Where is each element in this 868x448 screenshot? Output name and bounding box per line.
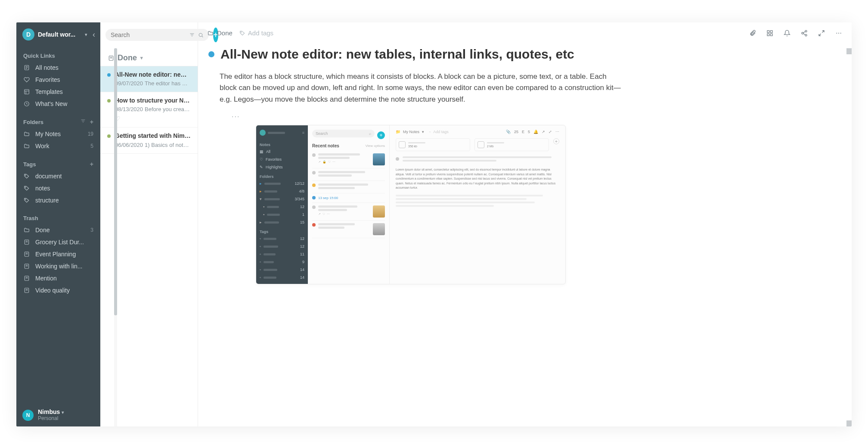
trash-item-done[interactable]: Done 3 (16, 224, 100, 236)
sidebar: D Default wor... ▾ ‹ Quick Links All not… (16, 22, 100, 426)
thumbnail-icon (373, 205, 385, 218)
tag-icon (239, 30, 245, 36)
add-folder-icon[interactable]: + (90, 118, 93, 125)
sidebar-item-all-notes[interactable]: All notes (16, 62, 100, 74)
trash-item[interactable]: Mention (16, 272, 100, 284)
folder-label: My Notes (35, 131, 83, 137)
svg-point-19 (802, 32, 803, 34)
note-preview: 1) Basics of note crea... (145, 142, 191, 148)
tag-icon (23, 173, 30, 179)
embed-recent-label: Recent notes (312, 143, 339, 148)
embed-count: 12/12 (294, 181, 304, 186)
list-header-label: Done (118, 53, 137, 62)
embed-count: 11 (300, 252, 304, 256)
favorite-icon[interactable]: ♡ (107, 115, 191, 122)
trash-label: Working with lin... (35, 263, 93, 270)
svg-rect-14 (767, 31, 769, 33)
bell-icon[interactable] (784, 30, 790, 37)
folder-count: 19 (88, 131, 93, 137)
note-icon (23, 251, 30, 257)
status-dot-icon (107, 73, 111, 77)
sidebar-item-favorites[interactable]: Favorites (16, 74, 100, 86)
tag-icon (23, 197, 30, 203)
note-preview: The editor has a bloc... (145, 80, 191, 87)
svg-point-21 (836, 33, 837, 34)
trash-item[interactable]: Video quality (16, 284, 100, 296)
more-icon[interactable] (835, 30, 842, 37)
heart-icon: ♡ (260, 157, 263, 162)
tag-label: notes (35, 185, 93, 192)
embed-count: 1 (302, 212, 304, 217)
embed-section-header: Notes (260, 143, 304, 147)
note-title: All-New note editor: new tab... (115, 71, 191, 78)
sidebar-folder-work[interactable]: Work 5 (16, 140, 100, 152)
note-icon (23, 263, 30, 269)
sidebar-scrollbar[interactable] (114, 48, 117, 426)
tag-icon (23, 185, 30, 191)
brand-avatar[interactable]: N (22, 410, 34, 421)
trash-label: Event Planning (35, 251, 93, 258)
add-tag-icon[interactable]: + (90, 161, 93, 168)
folder-icon (23, 143, 30, 149)
svg-rect-16 (767, 34, 769, 36)
folders-header: Folders (23, 119, 43, 125)
filter-icon[interactable] (189, 32, 195, 38)
sidebar-item-whats-new[interactable]: What's New (16, 98, 100, 110)
tags-header: Tags (23, 161, 36, 168)
ellipsis-icon: ... (232, 111, 834, 119)
embed-view-options: View options (366, 144, 385, 148)
svg-point-20 (805, 34, 807, 36)
sidebar-tag-structure[interactable]: structure (16, 194, 100, 206)
main-scrollbar[interactable] (846, 48, 852, 426)
embed-label: Highlights (266, 165, 283, 169)
trash-item[interactable]: Working with lin... (16, 260, 100, 272)
note-icon (23, 239, 30, 245)
embed-count: 15 (300, 220, 304, 224)
trash-item[interactable]: Event Planning (16, 248, 100, 260)
workspace-avatar[interactable]: D (22, 28, 34, 40)
breadcrumb[interactable]: Done (208, 29, 232, 37)
sidebar-tag-notes[interactable]: notes (16, 182, 100, 194)
trash-label: Video quality (35, 287, 93, 294)
search-input-container[interactable] (105, 29, 209, 41)
tag-icon: ◦ (429, 130, 431, 134)
share-icon: ↗ (542, 130, 545, 134)
share-icon[interactable] (801, 30, 808, 37)
workspace-chevron-icon[interactable]: ▾ (85, 32, 87, 37)
more-icon: ⋯ (555, 130, 559, 134)
search-input[interactable] (111, 31, 186, 38)
svg-rect-17 (770, 34, 772, 36)
note-icon (108, 55, 114, 61)
svg-point-13 (241, 32, 241, 32)
embedded-image: ≡ Notes ▦All ♡Favorites ✎Highlights Fold… (256, 125, 566, 284)
brand-chevron-icon[interactable]: ▾ (62, 410, 64, 415)
note-body-text[interactable]: The editor has a block structure, which … (220, 71, 624, 105)
avatar-icon (260, 130, 266, 136)
attach-icon[interactable] (749, 30, 756, 37)
file-icon (399, 141, 406, 148)
sidebar-tag-document[interactable]: document (16, 170, 100, 182)
sidebar-item-label: All notes (35, 64, 93, 71)
grid-icon[interactable] (766, 30, 773, 37)
note-title[interactable]: All-New note editor: new tables, interna… (220, 47, 574, 62)
folder-icon (208, 30, 214, 36)
add-tags-button[interactable]: Add tags (239, 29, 273, 37)
menu-icon: ≡ (302, 131, 304, 135)
svg-rect-15 (770, 31, 772, 33)
sidebar-folder-my-notes[interactable]: My Notes 19 (16, 128, 100, 140)
expand-icon[interactable] (818, 30, 825, 37)
search-icon: ⌕ (369, 131, 371, 136)
note-date: 06/06/2020 (115, 142, 143, 148)
sidebar-item-label: Favorites (35, 76, 93, 83)
brand-name[interactable]: Nimbus (38, 409, 60, 415)
trash-item[interactable]: Grocery List Dur... (16, 236, 100, 248)
title-status-dot-icon (208, 51, 214, 57)
chevron-down-icon[interactable]: ▾ (140, 55, 143, 61)
collapse-sidebar-icon[interactable]: ‹ (91, 30, 97, 39)
tag-icon: ◦ (260, 244, 261, 249)
workspace-name[interactable]: Default wor... (38, 31, 81, 38)
embed-ed-count: 5 (528, 130, 530, 134)
embed-count: 3/345 (294, 197, 304, 201)
sidebar-item-templates[interactable]: Templates (16, 86, 100, 98)
sort-icon[interactable] (81, 118, 86, 125)
